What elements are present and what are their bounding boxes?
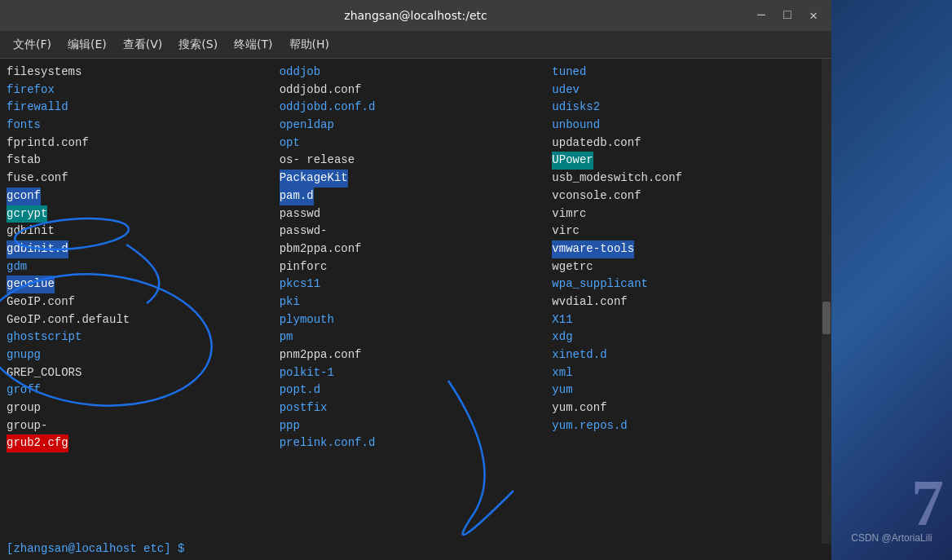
list-item[interactable]: xinetd.d: [552, 346, 825, 364]
list-item: pnm2ppa.conf: [280, 346, 553, 364]
list-item[interactable]: gconf: [7, 187, 280, 205]
list-item: fuse.conf: [7, 170, 280, 187]
list-item[interactable]: geoclue: [7, 276, 280, 293]
list-item[interactable]: plymouth: [280, 311, 553, 329]
list-item[interactable]: pm: [280, 329, 553, 346]
list-item[interactable]: popt.d: [280, 381, 553, 399]
list-item[interactable]: prelink.conf.d: [280, 434, 553, 452]
list-item[interactable]: ghostscript: [7, 329, 280, 346]
terminal-window: zhangsan@localhost:/etc ─ □ ✕ 文件(F) 编辑(E…: [0, 0, 831, 560]
list-item[interactable]: polkit-1: [280, 364, 553, 382]
list-item: wgetrc: [552, 258, 825, 276]
list-item[interactable]: X11: [552, 311, 825, 329]
menu-edit[interactable]: 编辑(E): [61, 34, 113, 55]
list-item[interactable]: udev: [552, 82, 825, 99]
list-item: passwd: [280, 205, 553, 223]
list-item[interactable]: openldap: [280, 117, 553, 134]
list-item[interactable]: yum: [552, 381, 825, 399]
list-item: oddjobd.conf: [280, 82, 553, 99]
list-item[interactable]: tuned: [552, 64, 825, 82]
list-item[interactable]: gdbinit.d: [7, 240, 280, 258]
list-item[interactable]: fonts: [7, 117, 280, 134]
column-3: tuned udev udisks2 unbound updatedb.conf…: [552, 64, 825, 452]
column-2: oddjob oddjobd.conf oddjobd.conf.d openl…: [280, 64, 553, 452]
list-item: vimrc: [552, 205, 825, 223]
list-item: vconsole.conf: [552, 187, 825, 205]
menu-view[interactable]: 查看(V): [117, 34, 170, 55]
list-item[interactable]: groff: [7, 381, 280, 399]
list-item[interactable]: postfix: [280, 399, 553, 417]
list-item: virc: [552, 223, 825, 240]
scrollbar[interactable]: [822, 59, 831, 544]
list-item[interactable]: pkcs11: [280, 276, 553, 293]
list-item[interactable]: ppp: [280, 417, 553, 435]
list-item[interactable]: gnupg: [7, 346, 280, 364]
prompt-line: [zhangsan@localhost etc] $: [7, 542, 184, 555]
list-item: usb_modeswitch.conf: [552, 170, 825, 187]
list-item[interactable]: gcrypt: [7, 205, 280, 223]
terminal-content: filesystems firefox firewalld fonts fpri…: [0, 59, 831, 560]
window-title: zhangsan@localhost:/etc: [344, 9, 487, 22]
list-item[interactable]: yum.repos.d: [552, 417, 825, 435]
list-item[interactable]: wpa_supplicant: [552, 276, 825, 293]
list-item[interactable]: pam.d: [280, 187, 553, 205]
prompt-text: [zhangsan@localhost etc] $: [7, 542, 184, 555]
file-list: filesystems firefox firewalld fonts fpri…: [7, 64, 825, 452]
list-item[interactable]: unbound: [552, 117, 825, 134]
csdn-number: 7: [911, 470, 944, 536]
list-item[interactable]: opt: [280, 134, 553, 152]
list-item[interactable]: vmware-tools: [552, 240, 825, 258]
list-item: yum.conf: [552, 399, 825, 417]
list-item[interactable]: udisks2: [552, 99, 825, 117]
list-item: fstab: [7, 152, 280, 170]
maximize-button[interactable]: □: [776, 4, 799, 27]
list-item: GeoIP.conf.default: [7, 311, 280, 329]
column-1: filesystems firefox firewalld fonts fpri…: [7, 64, 280, 452]
list-item: os- release: [280, 152, 553, 170]
list-item[interactable]: firewalld: [7, 99, 280, 117]
list-item: pinforc: [280, 258, 553, 276]
list-item[interactable]: pki: [280, 293, 553, 311]
list-item: gdbinit: [7, 223, 280, 240]
list-item[interactable]: UPower: [552, 152, 825, 170]
list-item: grub2.cfg: [7, 434, 280, 452]
list-item[interactable]: firefox: [7, 82, 280, 99]
menu-bar: 文件(F) 编辑(E) 查看(V) 搜索(S) 终端(T) 帮助(H): [0, 31, 831, 59]
list-item: filesystems: [7, 64, 280, 82]
list-item: GREP_COLORS: [7, 364, 280, 382]
list-item: wvdial.conf: [552, 293, 825, 311]
menu-terminal[interactable]: 终端(T): [227, 34, 279, 55]
minimize-button[interactable]: ─: [750, 4, 773, 27]
menu-file[interactable]: 文件(F): [7, 34, 58, 55]
list-item: passwd-: [280, 223, 553, 240]
list-item[interactable]: gdm: [7, 258, 280, 276]
list-item[interactable]: oddjob: [280, 64, 553, 82]
menu-search[interactable]: 搜索(S): [172, 34, 224, 55]
window-controls: ─ □ ✕: [750, 0, 825, 31]
title-bar: zhangsan@localhost:/etc ─ □ ✕: [0, 0, 831, 31]
list-item: GeoIP.conf: [7, 293, 280, 311]
list-item: updatedb.conf: [552, 134, 825, 152]
list-item: pbm2ppa.conf: [280, 240, 553, 258]
scrollbar-thumb[interactable]: [822, 302, 831, 334]
close-button[interactable]: ✕: [802, 4, 825, 27]
list-item: group-: [7, 417, 280, 435]
list-item[interactable]: PackageKit: [280, 170, 553, 187]
csdn-panel: 7 CSDN @ArtoriaLili: [831, 0, 952, 560]
list-item: group: [7, 399, 280, 417]
list-item: fprintd.conf: [7, 134, 280, 152]
list-item[interactable]: oddjobd.conf.d: [280, 99, 553, 117]
list-item[interactable]: xdg: [552, 329, 825, 346]
menu-help[interactable]: 帮助(H): [283, 34, 336, 55]
list-item[interactable]: xml: [552, 364, 825, 382]
